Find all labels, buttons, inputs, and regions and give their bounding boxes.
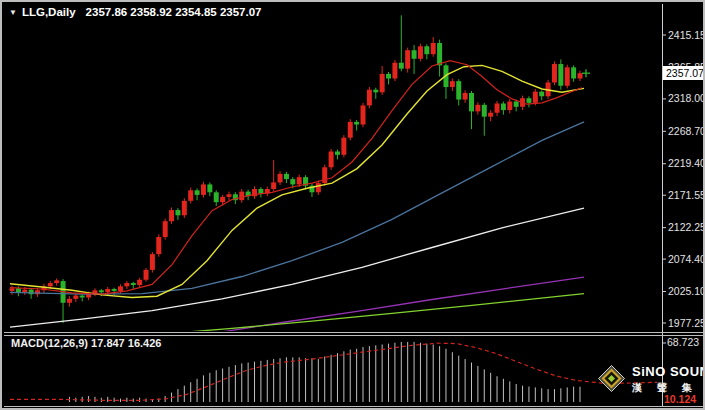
- price-tick-label: 2415.15: [668, 29, 705, 42]
- ohlc-values: 2357.86 2358.92 2354.85 2357.07: [86, 6, 262, 18]
- macd-name: MACD(12,26,9): [11, 337, 88, 349]
- price-tick-label: 2025.10: [668, 285, 705, 298]
- macd-signal-line: [10, 343, 657, 400]
- ma-blue: [10, 122, 584, 294]
- macd-histogram: [69, 342, 580, 402]
- price-tick-label: 2171.55: [668, 189, 705, 202]
- symbol-name: LLG,Daily: [22, 6, 76, 18]
- price-tick-label: 2268.70: [668, 125, 705, 138]
- macd-indicator-label: MACD(12,26,9) 17.847 16.426: [11, 337, 161, 349]
- price-tick-label: 2074.40: [668, 253, 705, 266]
- symbol-header: ▼ LLG,Daily 2357.86 2358.92 2354.85 2357…: [9, 6, 261, 18]
- macd-axis-top-label: 68.723: [667, 336, 699, 348]
- symbol-dropdown-icon[interactable]: ▼: [9, 8, 17, 17]
- candles-layer: [10, 15, 583, 323]
- macd-values: 17.847 16.426: [91, 337, 161, 349]
- watermark-brand-text: SiNO SOUND: [632, 365, 705, 379]
- ma-white: [10, 208, 584, 327]
- ma-lines-layer: [10, 61, 584, 335]
- watermark: SiNO SOUND 漢 聲 集 團: [598, 365, 705, 394]
- price-tick-label: 2318.00: [668, 92, 705, 105]
- price-tick-label: 1977.25: [668, 317, 705, 330]
- sino-sound-logo-icon: [598, 365, 625, 392]
- chart-window: ▼ LLG,Daily 2357.86 2358.92 2354.85 2357…: [0, 0, 705, 410]
- price-tick-label: 2219.40: [668, 157, 705, 170]
- current-price-tag: 2357.07: [663, 66, 705, 80]
- price-tick-label: 2122.25: [668, 221, 705, 234]
- macd-axis-bottom-label: 10.124: [664, 393, 696, 405]
- last-price-marker: [582, 69, 590, 77]
